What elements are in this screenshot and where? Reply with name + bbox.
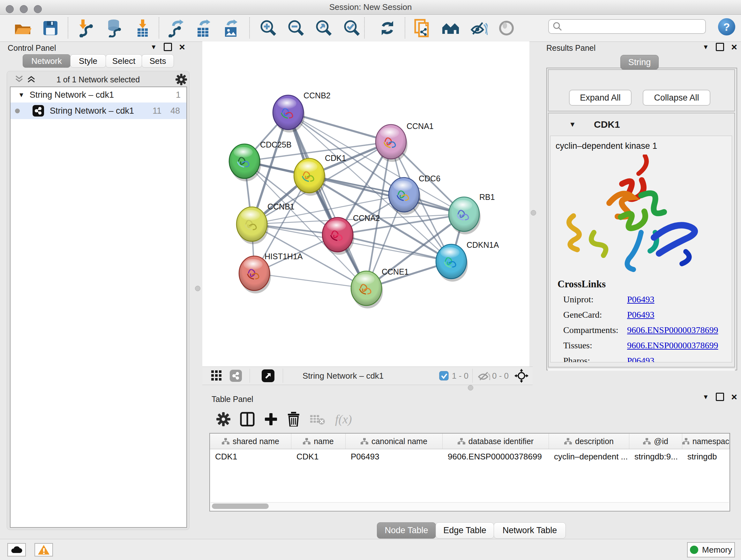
node-CDKN1A[interactable] [436, 244, 468, 282]
crosslink-link[interactable]: P06493 [627, 310, 655, 320]
gene-result-header[interactable]: ▼ CDK1 [549, 113, 734, 136]
results-horizontal-scrollbar[interactable] [548, 368, 735, 371]
edge-HIST1H1A-CCNE1[interactable] [254, 273, 366, 288]
hidden-eye-slash-icon[interactable] [477, 367, 490, 385]
tab-node-table[interactable]: Node Table [377, 522, 436, 539]
add-column-icon[interactable] [264, 413, 278, 426]
tab-network[interactable]: Network [23, 54, 71, 68]
node-CDC25B[interactable] [229, 144, 261, 181]
zoom-fit-icon[interactable] [315, 18, 333, 38]
column-header-database-identifier[interactable]: database identifier [443, 434, 549, 449]
import-network-database-icon[interactable] [105, 18, 123, 38]
node-HIST1H1A[interactable] [239, 256, 271, 294]
crosslink-link[interactable]: 9606.ENSP00000378699 [627, 340, 718, 351]
minimize-window-button[interactable] [20, 5, 28, 13]
table-cell[interactable]: stringdb [682, 452, 730, 462]
table-cell[interactable]: CDK1 [210, 452, 291, 462]
node-CCNE1[interactable] [351, 271, 383, 308]
crosslink-link[interactable]: 9606.ENSP00000378699 [627, 325, 718, 335]
edge-CCNA2-CDKN1A[interactable] [338, 235, 451, 261]
tab-string[interactable]: String [620, 55, 659, 70]
delete-table-icon[interactable] [310, 413, 326, 425]
memory-button[interactable]: Memory [687, 542, 735, 557]
collapse-panel-icon[interactable]: ▼ [703, 44, 709, 51]
close-window-button[interactable] [6, 5, 14, 13]
warning-button[interactable] [35, 543, 53, 557]
edge-CCNB2-CCNE1[interactable] [288, 112, 366, 288]
selected-checkbox-icon[interactable] [439, 367, 449, 385]
collapse-gene-icon[interactable]: ▼ [569, 120, 576, 129]
first-neighbors-icon[interactable] [441, 18, 460, 38]
show-columns-icon[interactable] [240, 412, 255, 427]
export-image-icon[interactable] [222, 18, 241, 38]
open-file-icon[interactable] [13, 18, 32, 38]
collapse-panel-icon[interactable]: ▼ [151, 44, 157, 51]
cloud-button[interactable] [7, 543, 26, 557]
column-header-description[interactable]: description [549, 434, 629, 449]
table-horizontal-scrollbar[interactable] [211, 502, 729, 510]
table-cell[interactable]: cyclin–dependent ... [549, 452, 629, 462]
node-RB1[interactable] [449, 197, 481, 234]
function-builder-icon[interactable]: f(x) [335, 412, 352, 426]
save-session-icon[interactable] [41, 18, 60, 38]
column-header-shared-name[interactable]: shared name [210, 434, 291, 449]
collapse-panel-icon[interactable]: ▼ [703, 393, 709, 401]
float-panel-icon[interactable] [716, 43, 724, 51]
help-button[interactable]: ? [718, 18, 735, 36]
import-network-file-icon[interactable] [77, 18, 95, 38]
tab-network-table[interactable]: Network Table [494, 522, 566, 539]
node-CCNA2[interactable] [322, 217, 354, 255]
node-CCNB2[interactable] [273, 95, 305, 132]
crosslink-link[interactable]: P06493 [627, 356, 655, 362]
tree-expander-icon[interactable]: ▼ [18, 91, 24, 99]
close-panel-icon[interactable]: × [731, 394, 737, 400]
close-panel-icon[interactable]: × [731, 44, 737, 50]
column-header--id[interactable]: @id [629, 434, 682, 449]
delete-trash-icon[interactable] [287, 412, 300, 427]
birdseye-crosshair-icon[interactable] [515, 367, 529, 385]
close-panel-icon[interactable]: × [179, 44, 185, 50]
splitter-handle-left[interactable] [195, 286, 200, 291]
network-canvas[interactable]: CCNB2CCNA1CDC25BCDK1CDC6RB1CCNB1CCNA2CDK… [202, 42, 529, 367]
scrollbar-thumb[interactable] [212, 503, 269, 509]
splitter-handle-right[interactable] [531, 210, 536, 215]
node-CDK1[interactable] [294, 159, 326, 196]
table-cell[interactable]: 9606.ENSP00000378699 [443, 452, 549, 462]
node-CCNB1[interactable] [237, 207, 268, 244]
hide-selected-icon[interactable] [469, 18, 488, 38]
collapse-all-button[interactable]: Collapse All [643, 90, 711, 106]
clone-network-icon[interactable] [413, 18, 431, 38]
expand-all-button[interactable]: Expand All [569, 90, 631, 106]
network-row-selected[interactable]: String Network – cdk1 11 48 [10, 103, 186, 119]
refresh-icon[interactable] [378, 18, 397, 38]
search-input[interactable] [563, 22, 698, 31]
maximize-window-button[interactable] [34, 5, 42, 13]
node-CCNA1[interactable] [376, 125, 408, 162]
float-panel-icon[interactable] [716, 393, 724, 401]
tab-sets[interactable]: Sets [142, 54, 174, 68]
column-header-namespac[interactable]: namespac [682, 434, 730, 449]
table-cell[interactable]: stringdb:9... [629, 452, 682, 462]
column-header-canonical-name[interactable]: canonical name [346, 434, 443, 449]
show-all-icon[interactable] [497, 18, 516, 38]
zoom-selected-icon[interactable] [343, 18, 361, 38]
zoom-out-icon[interactable] [287, 18, 306, 38]
crosslink-link[interactable]: P06493 [627, 294, 655, 305]
table-settings-gear-icon[interactable] [216, 412, 230, 426]
gear-icon[interactable] [176, 74, 187, 85]
export-table-icon[interactable] [194, 18, 213, 38]
tab-edge-table[interactable]: Edge Table [435, 522, 494, 539]
network-collection-row[interactable]: ▼ String Network – cdk1 1 [10, 87, 186, 103]
open-in-window-icon[interactable] [262, 367, 274, 385]
tab-style[interactable]: Style [70, 54, 106, 68]
grid-view-icon[interactable] [211, 367, 222, 385]
column-header-name[interactable]: name [291, 434, 346, 449]
tab-select[interactable]: Select [106, 54, 142, 68]
table-cell[interactable]: P06493 [346, 452, 443, 462]
zoom-in-icon[interactable] [259, 18, 278, 38]
network-thumbnail-icon[interactable] [230, 367, 242, 385]
search-box[interactable] [548, 19, 706, 34]
export-network-icon[interactable] [166, 18, 185, 38]
table-row[interactable]: CDK1CDK1P064939606.ENSP00000378699cyclin… [210, 449, 730, 464]
float-panel-icon[interactable] [164, 43, 172, 51]
